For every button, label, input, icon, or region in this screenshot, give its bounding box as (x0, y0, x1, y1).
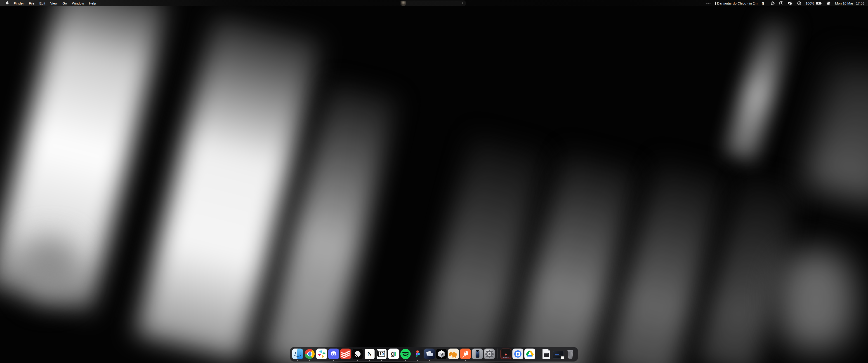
dock-item-raycast[interactable]: raycast (500, 349, 511, 361)
ellipsis-icon (706, 3, 711, 4)
dock-item-iphone-mirroring[interactable] (472, 349, 483, 361)
dock: N 10 g (290, 347, 578, 362)
spotify-icon (400, 349, 411, 359)
display-icon (788, 1, 793, 5)
wallpaper-streak (804, 58, 868, 204)
control-center-menu-item[interactable] (827, 1, 831, 5)
dock-item-1password[interactable] (513, 349, 523, 361)
dock-item-linear[interactable] (352, 349, 363, 361)
dock-item-postico[interactable] (448, 349, 459, 361)
calendar-badge: 11 (561, 356, 564, 359)
dock-item-system-settings[interactable] (484, 349, 495, 361)
screen-studio-icon (424, 349, 435, 359)
display-mirroring-menu-item[interactable] (788, 1, 793, 5)
apple-icon (5, 1, 9, 5)
dock-item-granola[interactable]: g (388, 349, 399, 361)
camera-avatar[interactable] (401, 1, 406, 6)
system-settings-gear-icon (484, 349, 495, 359)
grip-bars-icon[interactable] (461, 2, 463, 4)
menu-edit[interactable]: Edit (37, 1, 48, 5)
granola-menu-item[interactable]: g (762, 1, 766, 5)
dock-item-screen-studio[interactable] (424, 349, 435, 361)
granola-g-icon: g (762, 1, 764, 5)
calendar-day: 10 (378, 351, 385, 357)
menu-window[interactable]: Window (69, 1, 86, 5)
screenshot-thumbnail-icon: 11 (553, 349, 564, 359)
menu-bar-clock[interactable]: Mon 10 Mar 17:58 (835, 1, 864, 5)
running-indicator (297, 360, 298, 361)
pick-in-square-icon (779, 1, 783, 5)
document-thumbnail (544, 353, 549, 357)
iphone-mirroring-icon (472, 349, 483, 359)
discord-icon (328, 349, 339, 359)
postman-icon (460, 349, 471, 359)
event-color-bar-icon (715, 2, 716, 5)
todoist-icon (340, 349, 351, 359)
chrome-icon (304, 349, 315, 359)
wallpaper (0, 0, 868, 363)
postico-elephant-icon (448, 349, 459, 359)
menu-help[interactable]: Help (87, 1, 98, 5)
apple-menu[interactable] (3, 1, 11, 5)
running-indicator (357, 360, 358, 361)
dock-item-todoist[interactable] (340, 349, 351, 361)
app-menus: Finder File Edit View Go Window Help (0, 1, 98, 5)
dock-item-notion-calendar[interactable]: 10 (376, 349, 387, 361)
starburst-menu-item[interactable] (771, 1, 775, 5)
dock-item-postman[interactable] (460, 349, 471, 361)
battery-percent: 100% (806, 1, 814, 5)
dock-item-trash[interactable] (565, 349, 576, 361)
granola-icon: g (388, 349, 399, 359)
granola-caret-icon (766, 2, 767, 5)
granola-letter: g (391, 350, 395, 357)
running-indicator (369, 360, 370, 361)
running-indicator (309, 360, 310, 361)
wallpaper-streak (724, 14, 795, 162)
overflow-menu-item[interactable] (706, 3, 711, 4)
desktop: Finder File Edit View Go Window Help Dar… (0, 0, 868, 363)
running-indicator (405, 360, 406, 361)
1password-ring-icon (797, 1, 801, 5)
figma-icon (412, 349, 423, 359)
dock-item-chrome[interactable] (304, 349, 315, 361)
dock-item-spotify[interactable] (400, 349, 411, 361)
running-indicator (465, 360, 466, 361)
raycast-label: raycast (503, 356, 509, 358)
folded-corner (548, 349, 550, 351)
running-indicator (417, 360, 418, 361)
document-file-icon (541, 349, 552, 359)
raycast-icon: raycast (500, 349, 511, 359)
starburst-icon (771, 1, 775, 5)
dock-item-screenshot-file[interactable]: 11 (553, 349, 564, 361)
pick-menu-item[interactable] (779, 1, 783, 5)
battery-indicator[interactable]: 100% (806, 1, 822, 5)
menu-file[interactable]: File (26, 1, 37, 5)
1password-icon (513, 349, 523, 359)
dock-item-slack[interactable] (316, 349, 327, 361)
running-indicator (429, 360, 430, 361)
wallpaper-streak (23, 237, 77, 300)
notion-calendar-icon: 10 (376, 349, 387, 359)
dock-item-notion[interactable]: N (364, 349, 375, 361)
menu-go[interactable]: Go (60, 1, 69, 5)
raycast-glyph (505, 353, 507, 356)
onepassword-menu-item[interactable] (797, 1, 801, 5)
dock-item-3d-cube-app[interactable] (436, 349, 447, 361)
notch-widget[interactable] (400, 0, 466, 6)
cube-icon (436, 349, 447, 359)
dock-item-discord[interactable] (328, 349, 339, 361)
battery-charging-icon (815, 2, 822, 5)
menu-view[interactable]: View (48, 1, 60, 5)
finder-icon (292, 349, 303, 359)
calendar-event-menu-item[interactable]: Dar jantar do Chico · in 2m (715, 1, 757, 5)
dock-item-figma[interactable] (412, 349, 423, 361)
dock-item-document-file[interactable] (541, 349, 552, 361)
status-items: Dar jantar do Chico · in 2m g (706, 1, 868, 5)
dock-item-google-drive[interactable] (524, 349, 535, 361)
event-text: Dar jantar do Chico · in 2m (717, 1, 757, 5)
clock-time: 17:58 (856, 1, 864, 5)
dock-item-finder[interactable] (292, 349, 303, 361)
linear-icon (352, 349, 363, 359)
wallpaper-streak (778, 251, 855, 350)
menu-finder[interactable]: Finder (11, 1, 26, 5)
